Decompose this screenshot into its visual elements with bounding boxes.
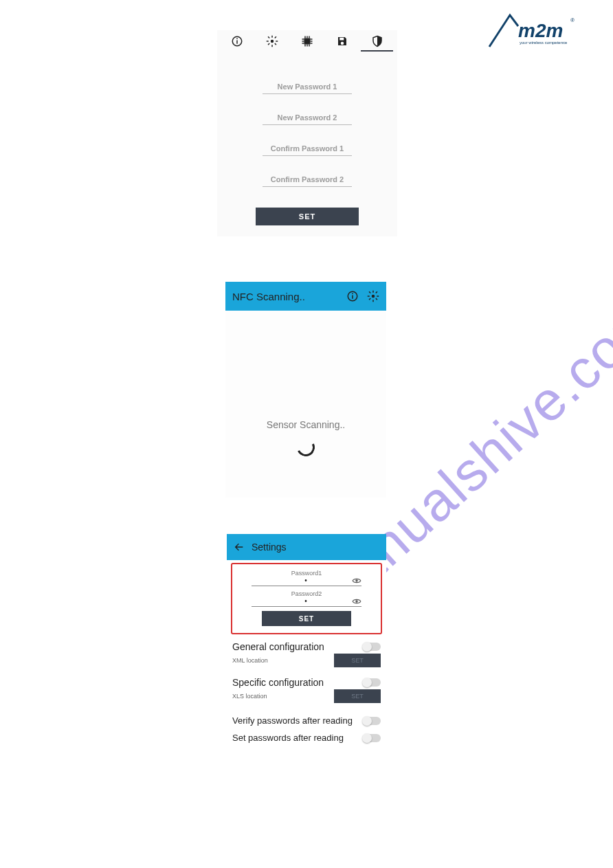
xml-set-button[interactable]: SET [334, 654, 381, 667]
set-passwords-toggle[interactable] [363, 734, 381, 742]
svg-rect-11 [268, 43, 270, 45]
svg-rect-38 [369, 298, 371, 300]
tab-security[interactable] [359, 35, 394, 47]
password1-input[interactable]: • [252, 577, 361, 586]
password2-input[interactable]: • [252, 597, 361, 607]
new-password-1-input[interactable]: New Password 1 [263, 82, 352, 94]
set-button[interactable]: SET [256, 208, 359, 225]
verify-passwords-row: Verify passwords after reading [227, 709, 386, 726]
xls-set-button[interactable]: SET [334, 689, 381, 703]
verify-passwords-label: Verify passwords after reading [232, 715, 353, 726]
m2m-logo: m2m your wireless competence ® [487, 10, 576, 49]
specific-config-row: Specific configuration [227, 673, 386, 688]
svg-rect-7 [276, 41, 278, 42]
svg-rect-29 [352, 293, 353, 295]
svg-rect-12 [304, 38, 310, 45]
screenshot-password-set: New Password 1 New Password 2 Confirm Pa… [217, 30, 397, 236]
scan-status: Sensor Scanning.. [225, 419, 386, 456]
tab-save[interactable] [324, 35, 359, 47]
set-password-button[interactable]: SET [262, 611, 351, 626]
logo-tagline: your wireless competence [520, 41, 568, 45]
set-passwords-label: Set passwords after reading [232, 733, 344, 743]
tab-chip[interactable] [290, 35, 325, 47]
app-bar: Settings [227, 534, 386, 560]
svg-point-39 [355, 579, 358, 582]
confirm-password-1-input[interactable]: Confirm Password 1 [263, 144, 352, 156]
scan-status-text: Sensor Scanning.. [225, 419, 386, 430]
svg-rect-8 [268, 36, 270, 38]
svg-rect-10 [274, 36, 276, 38]
xml-location-label: XML location [232, 657, 268, 664]
confirm-password-2-input[interactable]: Confirm Password 2 [263, 175, 352, 187]
app-bar-title: Settings [252, 542, 287, 553]
info-icon [231, 35, 243, 47]
svg-rect-32 [372, 300, 374, 302]
specific-config-toggle[interactable] [363, 678, 381, 687]
svg-rect-28 [352, 296, 353, 299]
svg-rect-6 [267, 41, 269, 42]
tab-bar [217, 30, 397, 52]
svg-point-26 [341, 42, 344, 45]
app-bar-title: NFC Scanning.. [232, 291, 338, 302]
svg-rect-5 [271, 45, 273, 47]
back-arrow-icon[interactable] [234, 542, 245, 553]
chip-icon [301, 35, 313, 47]
svg-point-30 [372, 295, 375, 298]
xml-location-row: XML location SET [227, 652, 386, 673]
svg-point-40 [355, 600, 358, 603]
svg-rect-31 [372, 291, 374, 293]
save-icon [336, 35, 348, 47]
loading-spinner-icon [294, 436, 317, 458]
password1-value: • [304, 577, 309, 584]
app-bar: NFC Scanning.. [225, 282, 386, 311]
svg-rect-1 [237, 41, 238, 44]
logo-registered: ® [570, 17, 575, 23]
password2-value: • [304, 597, 309, 605]
screenshot-settings: Settings Password1 • Password2 • SET Gen… [227, 534, 386, 770]
password-highlight-box: Password1 • Password2 • SET [231, 563, 382, 634]
svg-rect-33 [368, 296, 370, 297]
svg-rect-36 [375, 298, 377, 300]
xls-location-row: XLS location SET [227, 688, 386, 709]
svg-rect-25 [339, 38, 344, 41]
gear-icon[interactable] [367, 290, 379, 302]
specific-config-label: Specific configuration [232, 677, 324, 688]
svg-rect-9 [274, 43, 276, 45]
set-passwords-row: Set passwords after reading [227, 726, 386, 743]
verify-passwords-toggle[interactable] [363, 717, 381, 725]
general-config-row: General configuration [227, 637, 386, 652]
screenshot-nfc-scanning: NFC Scanning.. Sensor Scanning.. [225, 282, 386, 498]
new-password-2-input[interactable]: New Password 2 [263, 113, 352, 125]
gear-icon [266, 35, 278, 47]
svg-rect-37 [375, 291, 377, 293]
xls-location-label: XLS location [232, 693, 267, 700]
visibility-icon[interactable] [352, 597, 361, 606]
logo-brand-text: m2m [518, 20, 563, 41]
info-icon[interactable] [346, 290, 359, 302]
general-config-toggle[interactable] [363, 643, 381, 651]
shield-icon [371, 35, 383, 47]
tab-info[interactable] [220, 35, 255, 47]
general-config-label: General configuration [232, 641, 324, 652]
tab-settings[interactable] [255, 35, 290, 47]
svg-rect-34 [377, 296, 379, 297]
visibility-icon[interactable] [352, 576, 361, 586]
svg-rect-2 [237, 38, 238, 40]
svg-rect-35 [369, 291, 371, 293]
svg-point-3 [271, 40, 274, 43]
svg-rect-4 [271, 36, 273, 38]
